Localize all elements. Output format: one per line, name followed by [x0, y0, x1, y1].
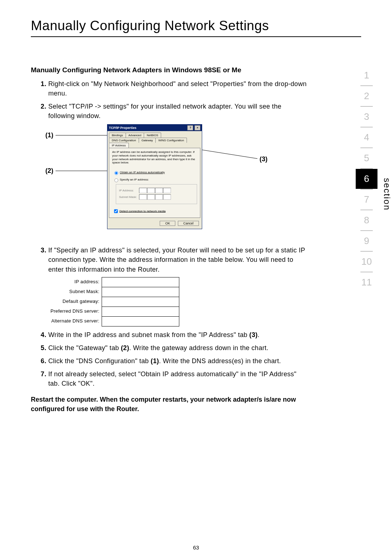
- writein-mask-box[interactable]: [102, 287, 179, 297]
- writein-pdns-label: Preferred DNS server:: [50, 307, 102, 316]
- dialog-description: An IP address can be automatically assig…: [112, 150, 197, 164]
- callout-1-line: [56, 135, 108, 135]
- tab-bindings[interactable]: Bindings: [109, 133, 126, 138]
- writein-gw-box[interactable]: [102, 297, 179, 307]
- step-6-ref: (1): [151, 357, 159, 365]
- tcpip-dialog: TCP/IP Properties ? × Bindings Advanced …: [107, 124, 202, 229]
- sidebar-item-6[interactable]: 6: [356, 169, 377, 189]
- sidebar-item-2[interactable]: 2: [356, 86, 377, 106]
- callout-2-line: [56, 171, 112, 171]
- sidebar-item-5[interactable]: 5: [356, 148, 377, 168]
- step-1: Right-click on "My Network Neighborhood"…: [48, 79, 310, 98]
- step-6-text-c: . Write the DNS address(es) in the chart…: [159, 357, 281, 365]
- step-2: Select "TCP/IP -> settings" for your ins…: [48, 102, 310, 121]
- close-icon[interactable]: ×: [195, 125, 200, 130]
- step-5: Click the "Gateway" tab (2). Write the g…: [48, 343, 310, 353]
- callout-3: (3): [260, 155, 268, 163]
- radio-obtain-auto[interactable]: Obtain an IP address automatically: [112, 170, 197, 175]
- dialog-tabs-row1: Bindings Advanced NetBIOS: [107, 131, 202, 138]
- step-4: Write in the IP address and subnet mask …: [48, 330, 310, 340]
- tab-dns-configuration[interactable]: DNS Configuration: [109, 138, 139, 143]
- writein-pdns-box[interactable]: [102, 307, 179, 316]
- section-sidebar: 1 2 3 4 5 6 7 8 9 10 11: [356, 65, 377, 292]
- step-4-text-c: .: [258, 331, 260, 338]
- dialog-titlebar: TCP/IP Properties ? ×: [107, 125, 202, 131]
- sidebar-item-1[interactable]: 1: [356, 65, 377, 85]
- subnet-mask-input[interactable]: [139, 194, 171, 200]
- writein-gw-label: Default gateway:: [50, 297, 102, 307]
- radio-obtain-auto-label: Obtain an IP address automatically: [120, 171, 165, 174]
- section-label: section: [382, 178, 392, 211]
- detect-connection-row[interactable]: Detect connection to network media: [112, 208, 197, 215]
- ip-address-input[interactable]: [139, 188, 171, 193]
- step-7: If not already selected, select "Obtain …: [48, 369, 310, 388]
- dialog-tabs-row2: DNS Configuration Gateway WINS Configura…: [107, 138, 202, 148]
- detect-connection-checkbox[interactable]: [114, 209, 118, 213]
- radio-specify-label: Specify an IP address:: [120, 178, 149, 181]
- dialog-title-text: TCP/IP Properties: [109, 126, 136, 130]
- sidebar-item-7[interactable]: 7: [356, 190, 377, 210]
- radio-specify[interactable]: Specify an IP address:: [112, 177, 197, 183]
- tab-advanced[interactable]: Advanced: [126, 133, 144, 138]
- writein-ip-box[interactable]: [102, 277, 179, 287]
- tab-netbios[interactable]: NetBIOS: [144, 133, 161, 138]
- callout-1: (1): [45, 131, 53, 139]
- writein-adns-label: Alternate DNS server:: [50, 316, 102, 326]
- help-icon[interactable]: ?: [187, 125, 193, 130]
- restart-note: Restart the computer. When the computer …: [31, 395, 299, 414]
- step-4-ref: (3): [249, 331, 258, 338]
- subnet-mask-label: Subnet Mask:: [119, 195, 139, 199]
- writein-ip-label: IP address:: [50, 277, 102, 287]
- ip-address-label: IP Address:: [119, 189, 139, 192]
- tab-ip-address[interactable]: IP Address: [109, 143, 129, 148]
- step-6-text-a: Click the "DNS Configuration" tab: [48, 357, 151, 365]
- sidebar-item-9[interactable]: 9: [356, 231, 377, 251]
- step-3-text: If "Specify an IP address" is selected, …: [48, 247, 305, 273]
- callout-2: (2): [45, 167, 53, 175]
- writein-mask-label: Subnet Mask:: [50, 287, 102, 297]
- step-5-text-a: Click the "Gateway" tab: [48, 344, 121, 352]
- writein-table: IP address: Subnet Mask: Default gateway…: [50, 277, 179, 326]
- title-rule: [31, 36, 361, 37]
- radio-obtain-auto-input[interactable]: [114, 171, 118, 175]
- dialog-figure: (1) (2) (3) TCP/IP Properties ? × Bindin…: [45, 124, 361, 240]
- dialog-tab-body: An IP address can be automatically assig…: [109, 148, 200, 218]
- tab-gateway[interactable]: Gateway: [139, 138, 156, 143]
- writein-adns-box[interactable]: [102, 316, 179, 326]
- ok-button[interactable]: OK: [160, 221, 175, 226]
- cancel-button[interactable]: Cancel: [178, 221, 199, 226]
- sidebar-item-4[interactable]: 4: [356, 127, 377, 147]
- step-5-text-c: . Write the gateway address down in the …: [129, 344, 269, 352]
- step-4-text-a: Write in the IP address and subnet mask …: [48, 331, 249, 338]
- page-title: Manually Configuring Network Settings: [31, 18, 361, 33]
- sidebar-item-11[interactable]: 11: [356, 272, 377, 292]
- section-heading: Manually Configuring Network Adapters in…: [31, 66, 361, 74]
- tab-wins-configuration[interactable]: WINS Configuration: [155, 138, 187, 143]
- step-5-ref: (2): [121, 344, 129, 352]
- step-3: If "Specify an IP address" is selected, …: [48, 245, 310, 326]
- detect-connection-label: Detect connection to network media: [119, 209, 166, 212]
- sidebar-item-10[interactable]: 10: [356, 252, 377, 272]
- step-6: Click the "DNS Configuration" tab (1). W…: [48, 356, 310, 366]
- radio-specify-input[interactable]: [114, 178, 118, 182]
- page-number: 63: [0, 544, 392, 551]
- sidebar-item-8[interactable]: 8: [356, 210, 377, 230]
- ip-fieldgroup: IP Address: Subnet Mask:: [116, 184, 197, 204]
- sidebar-item-3[interactable]: 3: [356, 107, 377, 127]
